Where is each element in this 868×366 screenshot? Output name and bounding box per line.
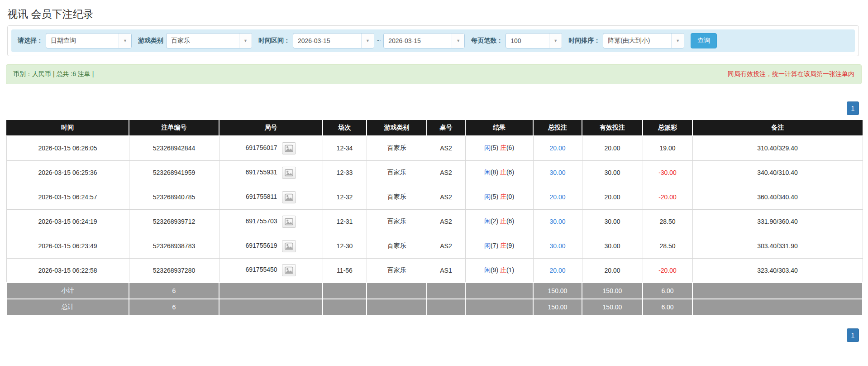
table-row: 2026-03-15 06:24:57523268940785691755811… bbox=[6, 185, 863, 209]
column-header: 游戏类别 bbox=[367, 120, 427, 136]
page-1-button[interactable]: 1 bbox=[847, 101, 859, 115]
count-cell: 6 bbox=[129, 299, 219, 315]
banker-result-value: (6) bbox=[506, 169, 514, 176]
query-type-label: 请选择： bbox=[18, 37, 43, 45]
total-bet-link[interactable]: 20.00 bbox=[549, 267, 565, 274]
total-bet-link[interactable]: 20.00 bbox=[549, 144, 565, 152]
total-bet-link[interactable]: 30.00 bbox=[549, 218, 565, 225]
banker-result-value: (1) bbox=[506, 266, 514, 274]
game-type-cell: 百家乐 bbox=[367, 209, 427, 234]
round-id: 691755811 bbox=[246, 193, 277, 200]
table-header-row: 时间注单编号局号场次游戏类别桌号结果总投注有效投注总派彩备注 bbox=[6, 120, 863, 136]
valid-bet-cell: 30.00 bbox=[582, 234, 643, 258]
session-cell: 12-33 bbox=[323, 160, 367, 185]
total-bet-cell: 30.00 bbox=[533, 160, 582, 185]
page-size-select[interactable]: 100 ▼ bbox=[506, 33, 562, 48]
date-from-select[interactable]: 2026-03-15 ▼ bbox=[293, 33, 374, 48]
date-to-select[interactable]: 2026-03-15 ▼ bbox=[383, 33, 465, 48]
table-body: 2026-03-15 06:26:05523268942844691756017… bbox=[6, 136, 863, 315]
pagination-bottom: 1 bbox=[0, 328, 859, 342]
column-header: 场次 bbox=[323, 120, 367, 136]
page-1-button[interactable]: 1 bbox=[847, 328, 859, 342]
player-result-label: 闲 bbox=[484, 193, 491, 200]
chevron-down-icon[interactable]: ▼ bbox=[239, 34, 252, 48]
query-type-select[interactable]: 日期查询 ▼ bbox=[46, 33, 132, 48]
payout-cell: 28.50 bbox=[643, 209, 692, 234]
banker-result-value: (9) bbox=[506, 242, 514, 249]
summary-label-cell: 小计 bbox=[6, 283, 129, 299]
sort-label: 时间排序： bbox=[568, 37, 600, 45]
chevron-down-icon[interactable]: ▼ bbox=[549, 34, 562, 48]
bet-id-cell: 523268940785 bbox=[129, 185, 219, 209]
session-cell: 12-32 bbox=[323, 185, 367, 209]
banker-result-label: 庄 bbox=[500, 169, 506, 176]
column-header: 结果 bbox=[465, 120, 533, 136]
session-cell: 12-31 bbox=[323, 209, 367, 234]
player-result-value: (2) bbox=[491, 217, 500, 225]
total-bet-link[interactable]: 30.00 bbox=[549, 169, 565, 176]
bet-id-cell: 523268942844 bbox=[129, 136, 219, 160]
payout-sum-cell: 6.00 bbox=[643, 283, 692, 299]
time-range-label: 时间区间： bbox=[258, 37, 290, 45]
total-bet-link[interactable]: 20.00 bbox=[549, 193, 565, 201]
round-id-cell: 691755619 bbox=[219, 234, 323, 258]
session-cell: 12-34 bbox=[323, 136, 367, 160]
payout-cell: -20.00 bbox=[643, 258, 692, 283]
chevron-down-icon[interactable]: ▼ bbox=[452, 34, 464, 48]
column-header: 备注 bbox=[692, 120, 863, 136]
summary-bar: 币别：人民币 | 总共 :6 注单 | 同局有效投注，统一计算在该局第一张注单内 bbox=[6, 64, 862, 84]
table-no-cell: AS2 bbox=[427, 185, 465, 209]
empty-cell bbox=[367, 299, 427, 315]
valid-bet-sum-cell: 150.00 bbox=[582, 283, 643, 299]
empty-cell bbox=[427, 283, 465, 299]
payout-cell: -20.00 bbox=[643, 185, 692, 209]
total-bet-cell: 20.00 bbox=[533, 258, 582, 283]
remark-cell: 360.40/340.40 bbox=[692, 185, 863, 209]
total-bet-cell: 20.00 bbox=[533, 136, 582, 160]
table-row: 2026-03-15 06:25:36523268941959691755931… bbox=[6, 160, 863, 185]
round-video-icon[interactable] bbox=[282, 264, 296, 276]
time-cell: 2026-03-15 06:22:58 bbox=[6, 258, 129, 283]
round-video-icon[interactable] bbox=[282, 191, 296, 203]
round-id-cell: 691755703 bbox=[219, 209, 323, 234]
round-video-icon[interactable] bbox=[282, 142, 296, 154]
subtotal-row: 小计6150.00150.006.00 bbox=[6, 283, 863, 299]
result-cell: 闲(9) 庄(1) bbox=[465, 258, 533, 283]
banker-result-label: 庄 bbox=[500, 242, 506, 249]
total-row: 总计6150.00150.006.00 bbox=[6, 299, 863, 315]
round-id-cell: 691756017 bbox=[219, 136, 323, 160]
search-button[interactable]: 查询 bbox=[691, 33, 717, 48]
time-cell: 2026-03-15 06:25:36 bbox=[6, 160, 129, 185]
total-bet-cell: 30.00 bbox=[533, 234, 582, 258]
chevron-down-icon[interactable]: ▼ bbox=[671, 34, 684, 48]
summary-label-cell: 总计 bbox=[6, 299, 129, 315]
sort-select[interactable]: 降冪(由大到小) ▼ bbox=[603, 33, 684, 48]
valid-bet-cell: 30.00 bbox=[582, 209, 643, 234]
total-bet-link[interactable]: 30.00 bbox=[549, 242, 565, 250]
banker-result-value: (6) bbox=[506, 217, 514, 225]
result-cell: 闲(5) 庄(0) bbox=[465, 185, 533, 209]
filter-bar: 请选择： 日期查询 ▼ 游戏类别 百家乐 ▼ 时间区间： 2026-03-15 … bbox=[11, 29, 855, 52]
date-to-value: 2026-03-15 bbox=[384, 34, 452, 48]
round-id: 691755931 bbox=[246, 169, 277, 176]
player-result-value: (7) bbox=[491, 242, 500, 249]
table-no-cell: AS2 bbox=[427, 136, 465, 160]
tilde-separator: ~ bbox=[377, 37, 381, 44]
result-cell: 闲(7) 庄(9) bbox=[465, 234, 533, 258]
round-video-icon[interactable] bbox=[282, 216, 296, 228]
table-no-cell: AS2 bbox=[427, 209, 465, 234]
round-id-cell: 691755450 bbox=[219, 258, 323, 283]
table-row: 2026-03-15 06:26:05523268942844691756017… bbox=[6, 136, 863, 160]
session-cell: 11-56 bbox=[323, 258, 367, 283]
table-no-cell: AS1 bbox=[427, 258, 465, 283]
chevron-down-icon[interactable]: ▼ bbox=[361, 34, 374, 48]
column-header: 注单编号 bbox=[129, 120, 219, 136]
column-header: 有效投注 bbox=[582, 120, 643, 136]
round-video-icon[interactable] bbox=[282, 167, 296, 179]
chevron-down-icon[interactable]: ▼ bbox=[119, 34, 131, 48]
time-cell: 2026-03-15 06:24:19 bbox=[6, 209, 129, 234]
round-video-icon[interactable] bbox=[282, 240, 296, 252]
game-type-select[interactable]: 百家乐 ▼ bbox=[166, 33, 252, 48]
player-result-label: 闲 bbox=[484, 217, 491, 225]
result-cell: 闲(8) 庄(6) bbox=[465, 160, 533, 185]
